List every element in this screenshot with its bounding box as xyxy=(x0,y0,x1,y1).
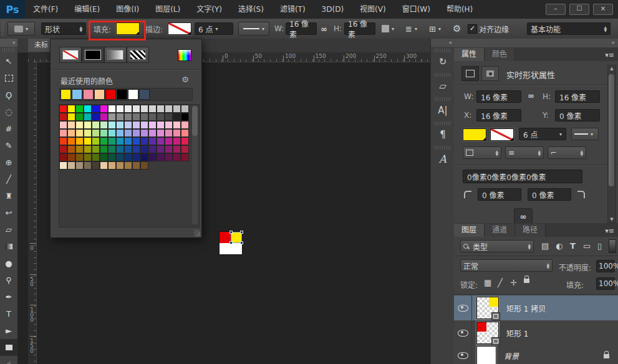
transform-handle[interactable] xyxy=(229,241,233,244)
color-swatch[interactable] xyxy=(173,113,181,121)
color-swatch[interactable] xyxy=(67,153,75,161)
color-swatch[interactable] xyxy=(108,153,116,161)
menu-帮助[interactable]: 帮助(H) xyxy=(438,0,481,19)
color-swatch[interactable] xyxy=(108,161,116,170)
layer-row-rect1[interactable]: 矩形 1 xyxy=(454,320,618,346)
color-swatch[interactable] xyxy=(75,129,84,137)
visibility-toggle[interactable] xyxy=(454,345,472,364)
gear-icon[interactable]: ⚙ xyxy=(181,75,189,84)
filter-smart-objects-icon[interactable]: ▯ xyxy=(597,241,602,251)
color-swatch[interactable] xyxy=(75,161,84,170)
tab-paths[interactable]: 路径 xyxy=(515,224,546,237)
color-swatch[interactable] xyxy=(132,137,140,145)
swatch-scrollbar[interactable] xyxy=(192,106,198,224)
color-swatch[interactable] xyxy=(165,145,173,153)
layer-thumbnail[interactable] xyxy=(476,346,496,364)
color-swatch[interactable] xyxy=(108,113,116,121)
stroke-corners-select[interactable]: ⌐ ▲▼ xyxy=(548,146,586,159)
color-swatch[interactable] xyxy=(108,137,116,145)
color-swatch[interactable] xyxy=(84,121,92,129)
color-swatch[interactable] xyxy=(140,105,148,113)
crop-tool[interactable]: # xyxy=(0,120,17,137)
color-swatch[interactable] xyxy=(148,113,157,121)
color-swatch[interactable] xyxy=(132,145,140,153)
color-swatch[interactable] xyxy=(67,137,75,145)
link-dimensions-icon[interactable]: ∞ xyxy=(528,91,534,100)
color-swatch[interactable] xyxy=(75,105,84,113)
quick-selection-tool[interactable]: ◌ xyxy=(0,103,17,120)
color-swatch[interactable] xyxy=(173,137,181,145)
color-swatch[interactable] xyxy=(116,113,124,121)
color-swatch[interactable] xyxy=(116,145,124,153)
color-swatch[interactable] xyxy=(100,105,108,113)
color-swatch[interactable] xyxy=(92,113,100,121)
color-swatch[interactable] xyxy=(124,113,132,121)
width-input[interactable]: 16 像素 xyxy=(286,19,317,39)
color-swatch[interactable] xyxy=(140,113,148,121)
prop-w-input[interactable]: 16 像素 xyxy=(476,90,521,103)
menu-文字[interactable]: 文字(Y) xyxy=(188,0,230,19)
color-swatch[interactable] xyxy=(181,145,189,153)
stroke-width-select[interactable]: 6 点 ▾ xyxy=(195,19,233,39)
dodge-tool[interactable]: ⚲ xyxy=(0,272,17,289)
eraser-tool[interactable]: ▱ xyxy=(0,221,17,238)
blur-tool[interactable]: ● xyxy=(0,255,17,272)
color-swatch[interactable] xyxy=(100,113,108,121)
color-swatch[interactable] xyxy=(157,129,165,137)
color-swatch[interactable] xyxy=(124,145,132,153)
history-panel-icon[interactable]: ↻ xyxy=(431,52,455,71)
color-swatch[interactable] xyxy=(173,121,181,129)
tab-channels[interactable]: 通道 xyxy=(485,224,515,237)
color-swatch[interactable] xyxy=(173,105,181,113)
prop-stroke-width-select[interactable]: 6 点 ▾ xyxy=(519,128,566,140)
path-alignment-button[interactable]: ≣▾ xyxy=(405,19,417,39)
color-swatch[interactable] xyxy=(59,153,67,161)
prop-y-input[interactable]: 0 像素 xyxy=(555,109,600,122)
color-swatch[interactable] xyxy=(84,145,92,153)
paragraph-panel-icon[interactable]: ¶ xyxy=(431,125,455,144)
color-swatch[interactable] xyxy=(59,161,67,170)
color-swatch[interactable] xyxy=(148,105,157,113)
color-swatch[interactable] xyxy=(165,113,173,121)
lock-pixels-icon[interactable]: ╱ xyxy=(498,278,503,287)
lock-all-icon[interactable] xyxy=(524,275,529,285)
color-swatch[interactable] xyxy=(165,153,173,161)
minimize-button[interactable]: – xyxy=(546,4,566,15)
color-swatch[interactable] xyxy=(124,153,132,161)
color-swatch[interactable] xyxy=(100,145,108,153)
color-swatch[interactable] xyxy=(140,145,148,153)
color-swatch[interactable] xyxy=(124,129,132,137)
recent-color-swatch[interactable] xyxy=(105,89,116,100)
filter-shape-layers-icon[interactable]: ▭ xyxy=(583,241,591,251)
solid-color-button[interactable] xyxy=(82,47,104,63)
rectangle-tool[interactable] xyxy=(0,339,17,356)
color-swatch[interactable] xyxy=(75,113,84,121)
color-swatch[interactable] xyxy=(132,113,140,121)
height-input[interactable]: 16 像素 xyxy=(344,19,375,39)
properties-scrollbar[interactable]: ▲ ▼ xyxy=(607,65,616,223)
color-swatch[interactable] xyxy=(59,129,67,137)
color-swatch[interactable] xyxy=(116,137,124,145)
menu-视图[interactable]: 视图(V) xyxy=(352,0,394,19)
color-swatch[interactable] xyxy=(75,153,84,161)
layer-row-rect1-copy[interactable]: 矩形 1 拷贝 xyxy=(454,295,618,321)
spot-healing-brush-tool[interactable]: ⊕ xyxy=(0,154,17,171)
brush-tool[interactable]: ╱ xyxy=(0,171,17,188)
color-swatch[interactable] xyxy=(165,105,173,113)
recent-color-swatch[interactable] xyxy=(139,89,150,100)
move-tool[interactable]: ↖ xyxy=(0,53,17,70)
color-swatch[interactable] xyxy=(67,129,75,137)
panel-menu-icon[interactable]: ▾≡ xyxy=(605,228,614,234)
prop-x-input[interactable]: 16 像素 xyxy=(476,109,521,122)
color-swatch[interactable] xyxy=(116,105,124,113)
panel-collapse-button[interactable]: » xyxy=(454,39,618,47)
gradient-tool[interactable] xyxy=(0,238,17,255)
color-swatch[interactable] xyxy=(165,129,173,137)
dock-expand-button[interactable]: « xyxy=(431,39,455,47)
color-swatch[interactable] xyxy=(108,105,116,113)
tab-layers[interactable]: 图层 xyxy=(454,224,485,237)
path-operations-button[interactable]: ▾ xyxy=(382,19,394,39)
color-swatch[interactable] xyxy=(108,145,116,153)
fill-opacity-input[interactable]: 100% xyxy=(596,277,615,290)
color-swatch[interactable] xyxy=(140,129,148,137)
